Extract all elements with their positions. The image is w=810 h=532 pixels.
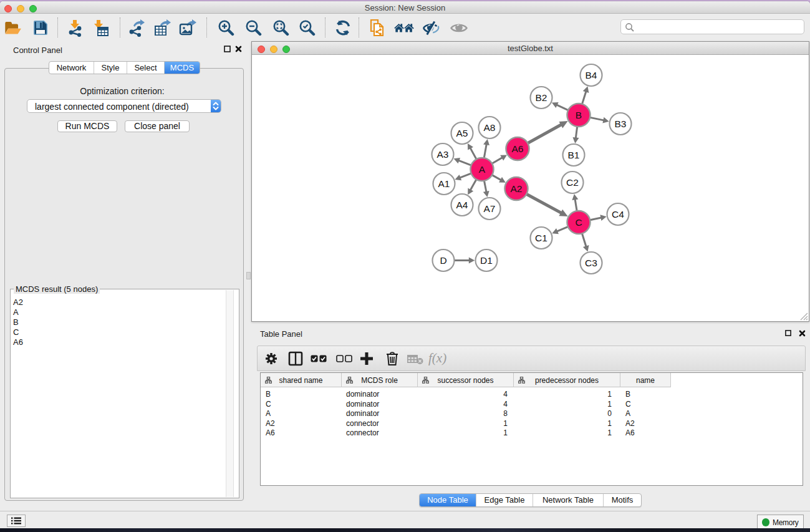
svg-text:A3: A3 <box>437 149 449 160</box>
svg-text:C3: C3 <box>585 258 597 268</box>
svg-text:A: A <box>479 164 486 175</box>
svg-text:A2: A2 <box>511 183 523 194</box>
svg-text:A4: A4 <box>456 200 468 210</box>
svg-text:D: D <box>440 255 446 266</box>
svg-text:A1: A1 <box>438 178 450 189</box>
svg-text:B3: B3 <box>615 118 627 129</box>
svg-text:D1: D1 <box>480 255 493 266</box>
svg-text:B: B <box>576 110 582 120</box>
svg-text:C: C <box>575 217 582 228</box>
svg-text:C4: C4 <box>612 209 624 220</box>
svg-text:B2: B2 <box>536 92 547 103</box>
svg-text:A7: A7 <box>484 203 496 214</box>
svg-text:B1: B1 <box>568 150 580 160</box>
svg-text:B4: B4 <box>586 70 597 80</box>
svg-text:A6: A6 <box>512 143 524 154</box>
svg-text:C1: C1 <box>535 233 547 243</box>
svg-text:C2: C2 <box>566 177 579 188</box>
svg-text:A5: A5 <box>456 128 468 138</box>
svg-text:A8: A8 <box>484 122 496 133</box>
